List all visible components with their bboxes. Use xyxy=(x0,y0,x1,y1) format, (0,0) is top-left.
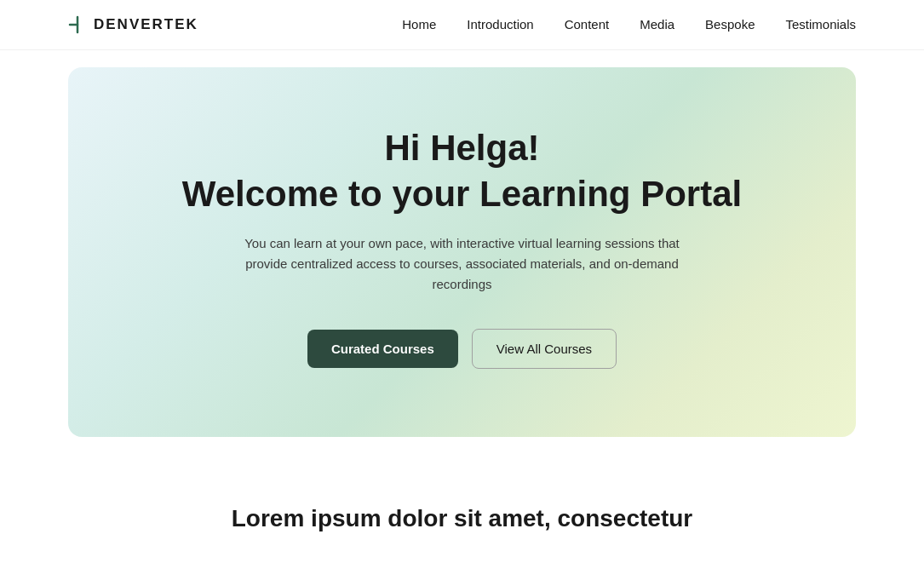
nav-link-introduction[interactable]: Introduction xyxy=(467,17,533,32)
hero-subtitle: You can learn at your own pace, with int… xyxy=(241,233,684,295)
nav-links: Home Introduction Content Media Bespoke … xyxy=(402,17,856,32)
hero-wrapper: Hi Helga! Welcome to your Learning Porta… xyxy=(0,50,924,471)
bottom-section: Lorem ipsum dolor sit amet, consectetur xyxy=(0,471,924,549)
nav-link-home[interactable]: Home xyxy=(402,17,436,32)
nav-link-bespoke[interactable]: Bespoke xyxy=(705,17,755,32)
hero-section: Hi Helga! Welcome to your Learning Porta… xyxy=(68,67,856,437)
view-all-courses-button[interactable]: View All Courses xyxy=(472,329,617,369)
hero-title: Welcome to your Learning Portal xyxy=(182,173,742,215)
bottom-title: Lorem ipsum dolor sit amet, consectetur xyxy=(68,505,856,532)
logo-icon xyxy=(68,15,87,34)
navbar: DENVERTEK Home Introduction Content Medi… xyxy=(0,0,924,50)
nav-link-media[interactable]: Media xyxy=(640,17,674,32)
hero-greeting: Hi Helga! xyxy=(384,127,539,169)
curated-courses-button[interactable]: Curated Courses xyxy=(307,330,458,368)
logo[interactable]: DENVERTEK xyxy=(68,15,198,34)
nav-link-content[interactable]: Content xyxy=(565,17,610,32)
nav-link-testimonials[interactable]: Testimonials xyxy=(785,17,856,32)
hero-buttons: Curated Courses View All Courses xyxy=(307,329,617,369)
logo-text: DENVERTEK xyxy=(94,16,198,33)
